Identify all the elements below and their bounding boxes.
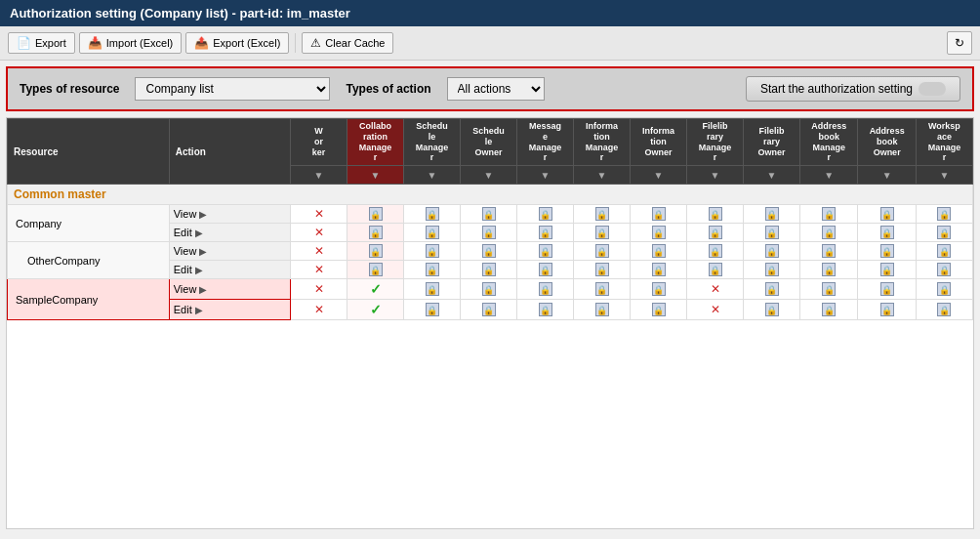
refresh-button[interactable]: ↻ — [947, 31, 972, 55]
permission-cell[interactable]: 🔒 — [461, 279, 517, 300]
permission-cell[interactable]: 🔒 — [404, 261, 461, 279]
permission-cell[interactable]: 🔒 — [461, 300, 517, 320]
permission-cell[interactable]: 🔒 — [404, 279, 461, 300]
expand-arrow[interactable]: ▶ — [195, 305, 203, 315]
permission-cell[interactable]: 🔒 — [574, 279, 631, 300]
permission-cell[interactable]: 🔒 — [800, 261, 858, 279]
export-excel-button[interactable]: 📤 Export (Excel) — [185, 32, 289, 54]
role-header-info-mgr: InformationManager — [574, 119, 631, 166]
permission-cell[interactable]: 🔒 — [916, 224, 972, 242]
permission-cell[interactable]: 🔒 — [916, 205, 972, 224]
permission-cell[interactable]: 🔒 — [858, 242, 916, 261]
permission-cell[interactable]: 🔒 — [404, 300, 461, 320]
permission-cell[interactable]: 🔒 — [347, 242, 404, 261]
start-auth-button[interactable]: Start the authorization setting — [746, 76, 960, 102]
permission-cell[interactable]: 🔒 — [744, 224, 800, 242]
expand-arrow[interactable]: ▶ — [199, 284, 207, 295]
permission-cell[interactable]: 🔒 — [800, 224, 858, 242]
import-excel-icon: 📥 — [88, 36, 102, 50]
permission-cell[interactable]: 🔒 — [744, 300, 800, 320]
action-cell: View ▶ — [169, 242, 290, 261]
permission-cell[interactable]: 🔒 — [574, 205, 631, 224]
expand-arrow[interactable]: ▶ — [199, 246, 207, 257]
permission-cell[interactable]: ✓ — [347, 279, 404, 300]
permission-cell[interactable]: 🔒 — [517, 279, 574, 300]
permission-cell[interactable]: 🔒 — [744, 279, 800, 300]
permission-cell[interactable]: 🔒 — [461, 261, 517, 279]
permission-cell[interactable]: 🔒 — [800, 205, 858, 224]
permission-cell[interactable]: 🔒 — [461, 224, 517, 242]
permission-cell[interactable]: 🔒 — [800, 300, 858, 320]
permission-cell[interactable]: 🔒 — [631, 224, 687, 242]
permission-cell[interactable]: 🔒 — [517, 224, 574, 242]
expand-arrow[interactable]: ▶ — [195, 228, 203, 238]
permission-cell[interactable]: 🔒 — [631, 242, 687, 261]
permission-cell[interactable]: 🔒 — [858, 205, 916, 224]
permission-cell[interactable]: 🔒 — [744, 205, 800, 224]
lock-icon: 🔒 — [369, 263, 383, 276]
permission-cell[interactable]: 🔒 — [631, 261, 687, 279]
permission-cell[interactable]: 🔒 — [916, 300, 972, 320]
export-excel-icon: 📤 — [194, 36, 209, 50]
permission-cell[interactable]: 🔒 — [404, 224, 461, 242]
permission-cell[interactable]: 🔒 — [347, 224, 404, 242]
lock-icon: 🔒 — [937, 282, 951, 296]
permission-cell[interactable]: 🔒 — [916, 261, 972, 279]
lock-icon: 🔒 — [765, 263, 779, 276]
expand-arrow[interactable]: ▶ — [199, 209, 207, 220]
export-button[interactable]: 📄 Export — [8, 32, 75, 54]
permission-cell[interactable]: ✕ — [291, 300, 347, 320]
expand-arrow[interactable]: ▶ — [195, 265, 203, 275]
permission-cell[interactable]: 🔒 — [574, 224, 631, 242]
lock-icon: 🔒 — [539, 244, 552, 258]
permission-cell[interactable]: 🔒 — [858, 261, 916, 279]
table-row: SampleCompanyView ▶✕✓🔒🔒🔒🔒🔒✕🔒🔒🔒🔒 — [8, 279, 973, 300]
permission-cell[interactable]: 🔒 — [517, 242, 574, 261]
import-excel-button[interactable]: 📥 Import (Excel) — [79, 32, 182, 54]
permission-cell[interactable]: 🔒 — [574, 261, 631, 279]
permission-cell[interactable]: 🔒 — [574, 242, 631, 261]
permission-cell[interactable]: ✕ — [291, 279, 347, 300]
permission-cell[interactable]: ✕ — [291, 261, 347, 279]
permission-cell[interactable]: 🔒 — [517, 300, 574, 320]
permission-cell[interactable]: 🔒 — [687, 261, 744, 279]
clear-cache-button[interactable]: ⚠ Clear Cache — [302, 32, 393, 54]
permission-cell[interactable]: 🔒 — [687, 205, 744, 224]
cross-icon: ✕ — [314, 303, 324, 316]
resource-type-select[interactable]: Company list — [135, 77, 330, 101]
lock-icon: 🔒 — [822, 263, 836, 276]
lock-icon: 🔒 — [765, 207, 779, 221]
permission-cell[interactable]: 🔒 — [517, 205, 574, 224]
permission-cell[interactable]: 🔒 — [631, 300, 687, 320]
permission-cell[interactable]: 🔒 — [916, 279, 972, 300]
permission-cell[interactable]: 🔒 — [687, 242, 744, 261]
permission-cell[interactable]: 🔒 — [461, 242, 517, 261]
permission-cell[interactable]: 🔒 — [461, 205, 517, 224]
role-header-schedule-owner: ScheduleOwner — [461, 119, 517, 166]
permission-cell[interactable]: 🔒 — [517, 261, 574, 279]
permission-cell[interactable]: 🔒 — [744, 261, 800, 279]
permission-cell[interactable]: 🔒 — [347, 205, 404, 224]
permission-cell[interactable]: 🔒 — [916, 242, 972, 261]
title-bar: Authorization setting (Company list) - p… — [0, 0, 980, 26]
permission-cell[interactable]: 🔒 — [858, 279, 916, 300]
permission-cell[interactable]: 🔒 — [687, 224, 744, 242]
permission-cell[interactable]: 🔒 — [744, 242, 800, 261]
permission-cell[interactable]: ✕ — [687, 300, 744, 320]
action-type-select[interactable]: All actions — [447, 77, 545, 101]
permission-cell[interactable]: ✕ — [291, 224, 347, 242]
permission-cell[interactable]: ✕ — [687, 279, 744, 300]
permission-cell[interactable]: 🔒 — [347, 261, 404, 279]
permission-cell[interactable]: 🔒 — [404, 242, 461, 261]
permission-cell[interactable]: 🔒 — [631, 205, 687, 224]
permission-cell[interactable]: ✕ — [291, 242, 347, 261]
permission-cell[interactable]: ✕ — [291, 205, 347, 224]
permission-cell[interactable]: 🔒 — [800, 242, 858, 261]
permission-cell[interactable]: 🔒 — [574, 300, 631, 320]
permission-cell[interactable]: 🔒 — [404, 205, 461, 224]
permission-cell[interactable]: 🔒 — [858, 224, 916, 242]
permission-cell[interactable]: ✓ — [347, 300, 404, 320]
permission-cell[interactable]: 🔒 — [858, 300, 916, 320]
permission-cell[interactable]: 🔒 — [800, 279, 858, 300]
permission-cell[interactable]: 🔒 — [631, 279, 687, 300]
